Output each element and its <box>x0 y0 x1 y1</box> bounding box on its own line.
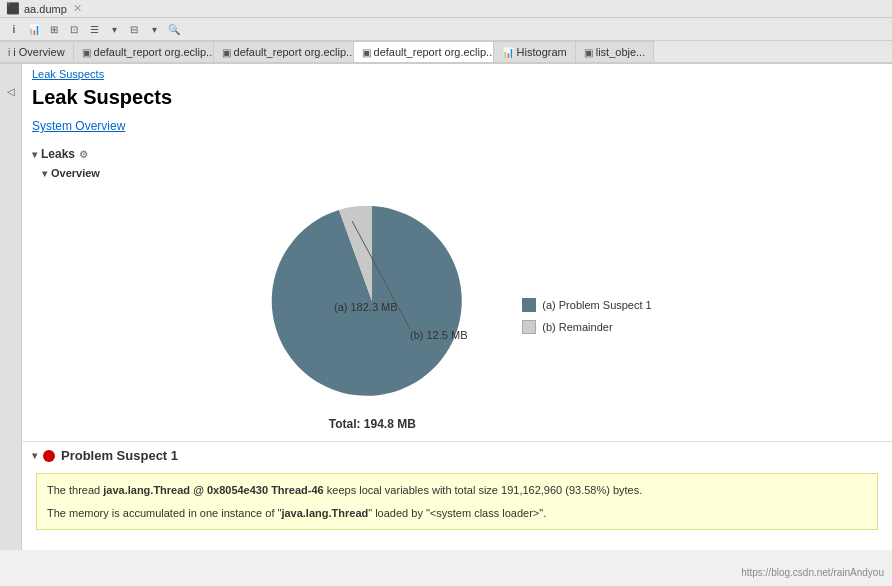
tab-overview-label: i Overview <box>13 46 64 58</box>
list-icon[interactable]: ☰ <box>86 21 102 37</box>
tab-list-obj[interactable]: ▣ list_obje... <box>576 41 655 62</box>
problem-description-box: The thread java.lang.Thread @ 0x8054e430… <box>36 473 878 530</box>
info-icon[interactable]: i <box>6 21 22 37</box>
problem-line1-bold: java.lang.Thread @ 0x8054e430 Thread-46 <box>103 484 323 496</box>
table-icon[interactable]: ⊞ <box>46 21 62 37</box>
chart-total: Total: 194.8 MB <box>329 411 416 441</box>
content-area: ◁ Leak Suspects Leak Suspects System Ove… <box>0 64 892 550</box>
window-title: aa.dump <box>24 3 67 15</box>
legend-label-a: (a) Problem Suspect 1 <box>542 299 651 311</box>
chart-legend: (a) Problem Suspect 1 (b) Remainder <box>522 298 651 334</box>
tab-label-3: default_report org.eclip... <box>374 46 494 58</box>
overview-label: Overview <box>51 167 100 179</box>
export-dropdown-icon[interactable]: ▾ <box>146 21 162 37</box>
legend-label-b: (b) Remainder <box>542 321 612 333</box>
leaks-label: Leaks <box>41 147 75 161</box>
overview-arrow-icon: ▾ <box>42 168 47 179</box>
filter-icon[interactable]: ⊡ <box>66 21 82 37</box>
toolbar: i 📊 ⊞ ⊡ ☰ ▾ ⊟ ▾ 🔍 <box>0 18 892 41</box>
leaks-settings-icon[interactable]: ⚙ <box>79 149 88 160</box>
problem-suspect-arrow-icon: ▾ <box>32 450 37 461</box>
slice-a-label: (a) 182.3 MB <box>334 301 398 313</box>
left-sidebar: ◁ <box>0 64 22 550</box>
overview-section-header[interactable]: ▾ Overview <box>22 165 892 181</box>
tab-overview-icon: i <box>8 47 10 58</box>
window-tab-separator: ✕ <box>73 2 82 15</box>
tab-histogram-icon: 📊 <box>502 47 514 58</box>
tab-doc-icon-3: ▣ <box>362 47 371 58</box>
tab-histogram-label: Histogram <box>517 46 567 58</box>
problem-suspect-header[interactable]: ▾ Problem Suspect 1 <box>22 441 892 469</box>
tab-label-1: default_report org.eclip... <box>94 46 214 58</box>
tab-default-report-2[interactable]: ▣ default_report org.eclip... ✕ <box>214 41 354 62</box>
problem-line2-pre: The memory is accumulated in one instanc… <box>47 507 281 519</box>
main-content: Leak Suspects Leak Suspects System Overv… <box>22 64 892 530</box>
tab-label-2: default_report org.eclip... <box>234 46 354 58</box>
leaks-arrow-icon: ▾ <box>32 149 37 160</box>
dropdown-icon[interactable]: ▾ <box>106 21 122 37</box>
problem-suspect-red-icon <box>43 450 55 462</box>
window-icon: ⬛ <box>6 2 20 15</box>
legend-color-b <box>522 320 536 334</box>
legend-item-b: (b) Remainder <box>522 320 651 334</box>
legend-color-a <box>522 298 536 312</box>
breadcrumb: Leak Suspects <box>22 64 892 84</box>
problem-suspect-title: Problem Suspect 1 <box>61 448 178 463</box>
chart-icon[interactable]: 📊 <box>26 21 42 37</box>
breadcrumb-link[interactable]: Leak Suspects <box>32 68 104 80</box>
tab-doc-icon-1: ▣ <box>82 47 91 58</box>
tab-list-icon: ▣ <box>584 47 593 58</box>
tab-default-report-3[interactable]: ▣ default_report org.eclip... ✕ <box>354 41 494 64</box>
export-icon[interactable]: ⊟ <box>126 21 142 37</box>
problem-line2-post: " loaded by "<system class loader>". <box>368 507 546 519</box>
sidebar-expand-icon[interactable]: ◁ <box>5 84 17 99</box>
leaks-section-header[interactable]: ▾ Leaks ⚙ <box>22 143 892 165</box>
legend-item-a: (a) Problem Suspect 1 <box>522 298 651 312</box>
problem-line1-post: keeps local variables with total size 19… <box>324 484 643 496</box>
tab-histogram[interactable]: 📊 Histogram <box>494 41 576 62</box>
problem-line2-bold: java.lang.Thread <box>281 507 368 519</box>
tab-doc-icon-2: ▣ <box>222 47 231 58</box>
tab-overview[interactable]: i i Overview <box>0 41 74 62</box>
pie-chart: (a) 182.3 MB (b) 12.5 MB <box>262 191 482 411</box>
tab-list-label: list_obje... <box>596 46 646 58</box>
chart-container: (a) 182.3 MB (b) 12.5 MB Total: 194.8 MB… <box>22 181 892 441</box>
slice-b-label: (b) 12.5 MB <box>410 329 467 341</box>
system-overview-link[interactable]: System Overview <box>22 117 892 143</box>
search-icon[interactable]: 🔍 <box>166 21 182 37</box>
page-title: Leak Suspects <box>22 84 892 117</box>
problem-line-2: The memory is accumulated in one instanc… <box>47 505 867 522</box>
window-title-bar: ⬛ aa.dump ✕ <box>0 0 892 18</box>
pie-chart-wrapper: (a) 182.3 MB (b) 12.5 MB Total: 194.8 MB <box>262 191 482 441</box>
tabs-bar: i i Overview ▣ default_report org.eclip.… <box>0 41 892 64</box>
system-overview-anchor[interactable]: System Overview <box>32 119 125 133</box>
problem-line1-pre: The thread <box>47 484 103 496</box>
tab-default-report-1[interactable]: ▣ default_report org.eclip... ✕ <box>74 41 214 62</box>
problem-line-1: The thread java.lang.Thread @ 0x8054e430… <box>47 482 867 499</box>
